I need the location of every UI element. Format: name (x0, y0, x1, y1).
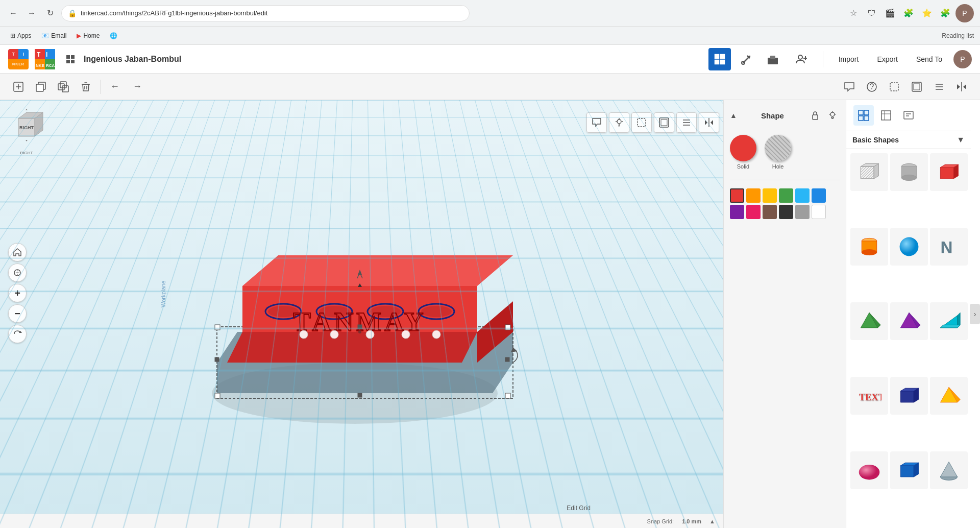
shape-pyramid-green[interactable] (850, 302, 888, 340)
zoom-out-btn[interactable]: − (8, 304, 27, 323)
color-orange[interactable] (746, 188, 761, 203)
new-object-btn[interactable] (8, 77, 29, 97)
tinkercad-logo[interactable]: T I NKER (8, 49, 29, 69)
color-green[interactable] (779, 188, 793, 203)
color-gray[interactable] (795, 205, 810, 219)
tinkercad-logo-full[interactable]: T I NKE RCA (35, 49, 55, 69)
view-mode-btn[interactable] (654, 112, 674, 133)
bookmark-apps[interactable]: ⊞ Apps (6, 30, 35, 41)
fit-view-btn[interactable] (8, 263, 27, 282)
svg-rect-26 (36, 84, 43, 91)
blocks-btn[interactable] (762, 48, 784, 70)
reading-list-btn[interactable]: Reading list (942, 32, 974, 39)
export-btn[interactable]: Export (870, 52, 904, 66)
bookmark-email[interactable]: 📧 Email (37, 30, 70, 41)
view-btn[interactable] (906, 77, 927, 97)
color-white[interactable] (812, 205, 826, 219)
shape-box-blue[interactable] (890, 451, 928, 489)
panel-collapse-icon[interactable]: ▲ (730, 111, 737, 119)
shape-cylinder-orange[interactable] (850, 228, 888, 266)
bookmark-star[interactable]: ☆ (845, 5, 862, 21)
tools-btn[interactable] (735, 48, 757, 70)
blueprint-tab[interactable] (876, 105, 896, 126)
grid-list-toggle[interactable] (61, 50, 80, 68)
zoom-in-btn[interactable]: + (8, 284, 27, 302)
svg-rect-111 (881, 111, 891, 120)
shape-light-btn[interactable] (825, 108, 840, 123)
layout-view-btn[interactable] (676, 112, 697, 133)
color-red[interactable] (730, 188, 744, 203)
svg-rect-35 (890, 83, 898, 91)
app-user-avatar[interactable]: P (953, 50, 972, 68)
svg-marker-56 (705, 120, 707, 125)
extension-btn4[interactable]: ⭐ (919, 5, 935, 21)
shape-box-navy[interactable] (890, 377, 928, 415)
undo-btn[interactable]: ← (105, 77, 125, 97)
view-comments-btn[interactable] (586, 112, 607, 133)
mirror-btn[interactable] (951, 77, 972, 97)
viewport[interactable]: RIGHT RIGHT (0, 100, 723, 528)
extension-btn3[interactable]: 🧩 (900, 5, 917, 21)
library-dropdown-btn[interactable]: ▼ (957, 135, 965, 145)
shape-sphere-blue[interactable] (890, 228, 928, 266)
shape-box-red[interactable] (930, 153, 968, 191)
community-tab[interactable] (898, 105, 919, 126)
grid-view-tab[interactable] (853, 105, 874, 126)
bookmark-globe[interactable]: 🌐 (106, 30, 121, 41)
shape-text-red[interactable]: TEXT (850, 377, 888, 415)
shape-box-striped[interactable] (850, 153, 888, 191)
comments-btn[interactable] (839, 77, 860, 97)
bookmark-home[interactable]: ▶ Home (72, 30, 104, 41)
select-mode-btn[interactable] (631, 112, 652, 133)
delete-btn[interactable] (76, 77, 96, 97)
refresh-button[interactable]: ↻ (43, 6, 57, 20)
shape-wedge-teal[interactable] (930, 302, 968, 340)
panel-collapse-btn[interactable]: › (970, 304, 980, 324)
extension-btn1[interactable]: 🛡 (864, 5, 880, 21)
select-btn[interactable] (884, 77, 904, 97)
send-to-btn[interactable]: Send To (909, 52, 949, 66)
color-yellow[interactable] (763, 188, 777, 203)
snap-grid-arrow[interactable]: ▲ (709, 518, 715, 524)
address-bar[interactable]: 🔒 tinkercad.com/things/2cABRFg1lbl-ingen… (61, 5, 470, 21)
color-lightblue[interactable] (795, 188, 810, 203)
color-blue[interactable] (812, 188, 826, 203)
hole-option[interactable]: Hole (765, 135, 791, 170)
view-light-btn[interactable] (609, 112, 629, 133)
shape-cylinder-gray[interactable] (890, 153, 928, 191)
extension-btn2[interactable]: 🎬 (882, 5, 898, 21)
redo-btn[interactable]: → (127, 77, 148, 97)
shape-tinkercad-special[interactable]: N (930, 228, 968, 266)
shape-cone-gray[interactable] (930, 451, 968, 489)
solid-option[interactable]: Solid (730, 135, 756, 170)
shape-ellipsoid-pink[interactable] (850, 451, 888, 489)
youtube-icon: ▶ (77, 32, 81, 39)
svg-rect-101 (813, 115, 818, 119)
main-area: RIGHT RIGHT (0, 100, 980, 528)
shape-lock-btn[interactable] (808, 108, 822, 123)
color-pink[interactable] (746, 205, 761, 219)
duplicate-btn[interactable] (53, 77, 74, 97)
extension-btn5[interactable]: 🧩 (937, 5, 953, 21)
view-cube[interactable]: RIGHT RIGHT (8, 108, 45, 149)
add-person-btn[interactable] (790, 48, 813, 70)
copy-btn[interactable] (31, 77, 51, 97)
mirror-view-btn[interactable] (699, 112, 719, 133)
grid-view-btn[interactable] (708, 48, 731, 70)
project-name: Ingenious Jaban-Bombul (84, 55, 708, 64)
home-view-btn[interactable] (8, 243, 27, 261)
back-button[interactable]: ← (6, 6, 20, 20)
edit-grid-label[interactable]: Edit Grid (567, 505, 591, 512)
forward-button[interactable]: → (24, 6, 39, 20)
import-btn[interactable]: Import (831, 52, 866, 66)
color-black[interactable] (779, 205, 793, 219)
rotate-view-btn[interactable] (8, 325, 27, 343)
layout-btn[interactable] (929, 77, 949, 97)
browser-user-avatar[interactable]: P (955, 4, 974, 22)
3d-model[interactable]: TANMAY (176, 199, 533, 429)
shape-pyramid-purple[interactable] (890, 302, 928, 340)
color-purple[interactable] (730, 205, 744, 219)
color-brown[interactable] (763, 205, 777, 219)
hints-btn[interactable] (862, 77, 882, 97)
shape-pyramid-yellow[interactable] (930, 377, 968, 415)
